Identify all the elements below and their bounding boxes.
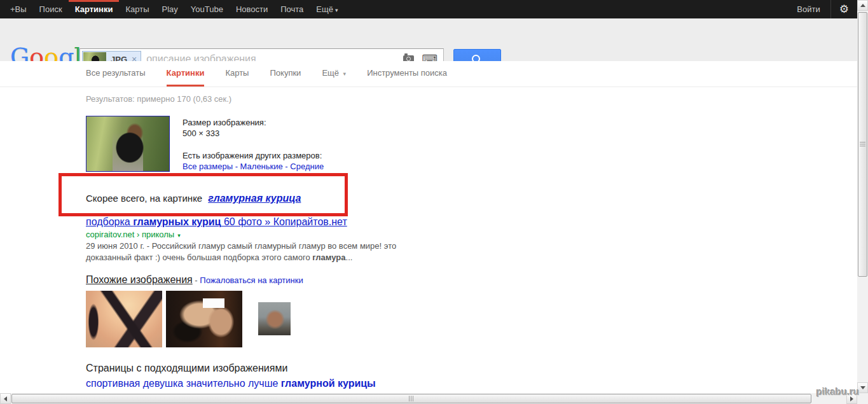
similar-images-line: Похожие изображения - Пожаловаться на ка… xyxy=(86,274,303,286)
topnav-maps[interactable]: Карты xyxy=(119,0,155,18)
best-guess-prefix: Скорее всего, на картинке xyxy=(86,193,202,204)
tab-more-label: Ещё xyxy=(322,68,339,78)
top-navigation-bar: +Вы Поиск Картинки Карты Play YouTube Но… xyxy=(0,0,857,18)
results-stats: Результатов: примерно 170 (0,63 сек.) xyxy=(86,94,231,104)
page-link-bold: гламурной курицы xyxy=(281,378,376,389)
link-medium-sizes[interactable]: Средние xyxy=(290,162,324,171)
other-sizes-label: Есть изображения других размеров: xyxy=(183,150,324,161)
page-link-text: спортивная девушка значительно лучше xyxy=(86,378,281,389)
topnav-youtube[interactable]: YouTube xyxy=(184,0,230,18)
link-all-sizes[interactable]: Все размеры xyxy=(183,162,233,171)
vertical-scrollbar-thumb[interactable] xyxy=(858,12,867,277)
spacer xyxy=(183,139,324,150)
arrow-down-icon xyxy=(860,386,865,389)
arrow-up-icon xyxy=(860,4,865,7)
topnav-more-label: Ещё xyxy=(316,4,333,14)
topnav-images[interactable]: Картинки xyxy=(69,0,120,18)
matching-page-link[interactable]: спортивная девушка значительно лучше гла… xyxy=(86,378,376,389)
chevron-down-icon: ▾ xyxy=(343,71,347,77)
result-tabs: Все результаты Картинки Карты Покупки Ещ… xyxy=(0,61,857,87)
tab-more[interactable]: Ещё ▾ xyxy=(322,61,346,87)
link-separator: - xyxy=(233,162,240,171)
tab-all-results[interactable]: Все результаты xyxy=(86,61,146,87)
tab-shopping[interactable]: Покупки xyxy=(270,61,301,87)
snippet-bold: гламура xyxy=(312,253,345,262)
separator: - xyxy=(193,275,200,285)
similar-image-thumbnail[interactable] xyxy=(86,291,162,347)
result-url-text: copiraitov.net › приколы xyxy=(86,230,174,239)
matching-pages-heading: Страницы с подходящими изображениями xyxy=(86,363,287,374)
best-guess-link[interactable]: гламурная курица xyxy=(208,193,301,204)
pikabu-watermark: pikabu.ru xyxy=(816,386,860,397)
topnav-more[interactable]: Ещё▾ xyxy=(310,0,344,18)
image-size-label: Размер изображения: xyxy=(183,117,324,128)
topnav-mail[interactable]: Почта xyxy=(274,0,310,18)
similar-image-thumbnail[interactable] xyxy=(166,291,242,347)
chevron-down-icon[interactable]: ▾ xyxy=(177,232,181,239)
topnav-news[interactable]: Новости xyxy=(230,0,274,18)
search-header: Google JPG × ⌨ xyxy=(0,18,857,61)
sign-in-button[interactable]: Войти xyxy=(787,0,830,18)
image-size-value: 500 × 333 xyxy=(183,128,324,139)
title-bold-part: гламурных куриц xyxy=(133,216,221,227)
censor-box xyxy=(203,298,224,308)
tab-maps[interactable]: Карты xyxy=(225,61,249,87)
scrollbar-grip xyxy=(860,142,865,147)
top-nav-items: +Вы Поиск Картинки Карты Play YouTube Но… xyxy=(4,0,344,18)
google-images-results-page: +Вы Поиск Картинки Карты Play YouTube Но… xyxy=(0,0,868,404)
tab-search-tools[interactable]: Инструменты поиска xyxy=(367,61,447,87)
link-small-sizes[interactable]: Маленькие xyxy=(240,162,283,171)
title-part: подборка xyxy=(86,216,133,227)
snippet-ellipsis: ... xyxy=(346,253,353,262)
size-links: Все размеры - Маленькие - Средние xyxy=(183,161,324,172)
result-snippet: 29 июня 2010 г. - Российский гламур самы… xyxy=(86,240,407,263)
horizontal-scrollbar xyxy=(0,393,857,404)
similar-image-thumbnail[interactable] xyxy=(258,302,291,335)
scroll-up-button[interactable] xyxy=(857,0,868,11)
topnav-search[interactable]: Поиск xyxy=(33,0,69,18)
scrollbar-grip xyxy=(409,396,414,401)
snippet-date: 29 июня 2010 г. - xyxy=(86,241,152,251)
result-title-link[interactable]: подборка гламурных куриц 60 фото » Копир… xyxy=(86,216,347,228)
tab-images[interactable]: Картинки xyxy=(167,61,205,87)
image-size-panel: Размер изображения: 500 × 333 Есть изобр… xyxy=(183,117,324,172)
top-nav-right: Войти ⚙ xyxy=(787,0,857,18)
report-images-link[interactable]: Пожаловаться на картинки xyxy=(200,275,303,285)
arrow-left-icon xyxy=(4,396,7,401)
best-guess-line: Скорее всего, на картинкегламурная куриц… xyxy=(86,193,301,204)
query-image-preview[interactable] xyxy=(86,116,170,172)
horizontal-scrollbar-thumb[interactable] xyxy=(11,394,811,403)
scroll-left-button[interactable] xyxy=(0,393,11,404)
chevron-down-icon: ▾ xyxy=(335,7,338,13)
link-separator: - xyxy=(283,162,291,171)
vertical-scrollbar xyxy=(857,0,868,393)
topnav-play[interactable]: Play xyxy=(156,0,184,18)
gear-icon[interactable]: ⚙ xyxy=(831,0,857,18)
result-url: copiraitov.net › приколы▾ xyxy=(86,230,181,239)
title-part: 60 фото » Копирайтов.нет xyxy=(221,216,347,227)
topnav-plus-you[interactable]: +Вы xyxy=(4,0,33,18)
similar-images-link[interactable]: Похожие изображения xyxy=(86,274,193,285)
